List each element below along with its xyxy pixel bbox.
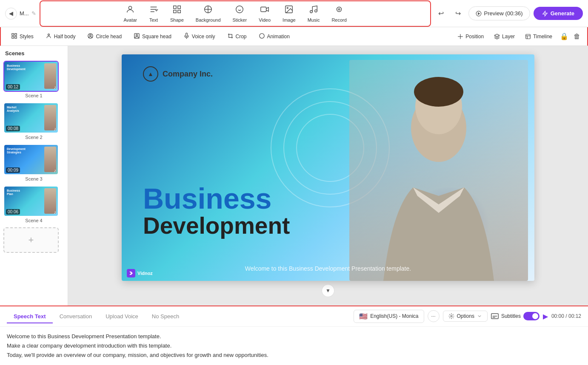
title-text: Business Development	[143, 184, 290, 239]
square-head-icon	[134, 33, 140, 40]
svg-marker-18	[542, 11, 547, 16]
toolbar-shape[interactable]: Shape	[164, 3, 190, 24]
svg-point-0	[129, 6, 132, 9]
svg-rect-3	[174, 10, 176, 12]
edit-icon[interactable]: ✎	[31, 10, 36, 17]
main-area: Scenes BusinessDevelopment 00:12 ♪ Scene…	[0, 46, 588, 306]
toolbar-avatar[interactable]: Avatar	[117, 3, 143, 24]
title-main: Business	[143, 184, 290, 213]
language-selector[interactable]: 🇺🇸 English(US) - Monica	[354, 310, 424, 323]
scene-3-music: ♪	[54, 168, 57, 173]
styles-icon	[11, 33, 17, 40]
scenes-sidebar: Scenes BusinessDevelopment 00:12 ♪ Scene…	[0, 46, 68, 306]
add-scene-button[interactable]: +	[3, 227, 59, 253]
subtool-square-head[interactable]: Square head	[128, 31, 177, 42]
subtool-voice-only[interactable]: Voice only	[178, 31, 220, 42]
svg-point-38	[414, 77, 463, 107]
subtitle-text: Welcome to this Business Development Pre…	[245, 265, 411, 272]
speech-line-1: Welcome to this Business Development Pre…	[7, 332, 581, 341]
scenes-title: Scenes	[3, 50, 64, 57]
tab-speech-text[interactable]: Speech Text	[7, 310, 53, 323]
scene-item-2[interactable]: MarketAnalysis 00:08 ♪ Scene 2	[3, 102, 64, 140]
language-flag: 🇺🇸	[359, 312, 368, 320]
svg-rect-21	[12, 36, 14, 38]
generate-button[interactable]: Generate	[534, 7, 583, 20]
back-button[interactable]: ◀	[5, 8, 17, 20]
subtool-position[interactable]: Position	[453, 31, 488, 42]
canvas-wrapper[interactable]: Company Inc. Business Development	[122, 54, 534, 281]
top-bar-right: ↩ ↪ Preview (00:36) Generate	[434, 6, 583, 20]
scene-thumb-4[interactable]: BusinessPlan 00:06 ♪	[3, 186, 59, 217]
time-display: 00:00 / 00:12	[551, 313, 581, 319]
options-selector[interactable]: Options	[443, 311, 488, 322]
scene-item-1[interactable]: BusinessDevelopment 00:12 ♪ Scene 1	[3, 61, 64, 98]
toolbar-background[interactable]: Background	[190, 3, 227, 24]
animation-icon	[259, 33, 265, 40]
speech-content: Welcome to this Business Development Pre…	[0, 327, 588, 365]
tab-upload-voice[interactable]: Upload Voice	[99, 310, 145, 323]
undo-button[interactable]: ↩	[434, 7, 448, 20]
scene-1-music: ♪	[54, 85, 57, 90]
redo-button[interactable]: ↪	[451, 7, 465, 20]
svg-point-13	[315, 9, 317, 11]
scene-thumb-2[interactable]: MarketAnalysis 00:08 ♪	[3, 102, 59, 133]
delete-icon[interactable]: 🗑	[572, 31, 582, 42]
scene-2-text: MarketAnalysis	[7, 106, 19, 113]
subtool-timeline[interactable]: Timeline	[521, 31, 557, 42]
scene-1-label: Scene 1	[3, 93, 64, 98]
svg-point-8	[236, 6, 243, 13]
toolbar-record[interactable]: Record	[325, 3, 352, 24]
sub-toolbar-right: Position Layer Timeline 🔒 🗑	[453, 31, 582, 42]
toolbar-image[interactable]: Image	[277, 3, 302, 24]
text-icon	[149, 5, 158, 16]
svg-point-25	[90, 34, 91, 36]
options-label: Options	[457, 313, 474, 319]
scene-3-text: DevelopmentStrategies	[7, 147, 26, 155]
svg-rect-22	[15, 36, 17, 38]
svg-rect-19	[12, 33, 14, 35]
subtool-layer[interactable]: Layer	[490, 31, 519, 42]
canvas-scroll-button[interactable]: ▼	[322, 284, 334, 297]
more-button[interactable]: ···	[428, 310, 440, 322]
video-icon	[260, 5, 269, 16]
speech-tabs: Speech Text Conversation Upload Voice No…	[0, 306, 588, 327]
scene-thumb-1[interactable]: BusinessDevelopment 00:12 ♪	[3, 61, 59, 92]
subtool-styles[interactable]: Styles	[6, 31, 39, 42]
svg-point-39	[451, 315, 452, 317]
subtool-circle-head[interactable]: Circle head	[82, 31, 127, 42]
scene-4-music: ♪	[54, 209, 57, 215]
background-icon	[203, 5, 213, 16]
subtitles-switch[interactable]	[523, 312, 539, 320]
svg-rect-4	[178, 10, 180, 12]
avatar-icon	[126, 5, 135, 16]
shape-icon	[172, 5, 182, 16]
avatar-container[interactable]	[343, 54, 534, 281]
lock-icon[interactable]: 🔒	[558, 31, 570, 42]
tab-conversation[interactable]: Conversation	[53, 310, 99, 323]
subtool-crop[interactable]: Crop	[222, 31, 252, 42]
scene-1-text: BusinessDevelopment	[7, 64, 26, 71]
project-name: M...	[20, 10, 29, 17]
toolbar-music[interactable]: Music	[302, 3, 326, 24]
scene-item-3[interactable]: DevelopmentStrategies 00:09 ♪ Scene 3	[3, 144, 64, 181]
subtitles-toggle: Subtitles	[491, 312, 539, 320]
scene-2-label: Scene 2	[3, 135, 64, 140]
subtool-half-body[interactable]: Half body	[40, 31, 81, 42]
scene-thumb-3[interactable]: DevelopmentStrategies 00:09 ♪	[3, 144, 59, 175]
svg-rect-20	[15, 33, 17, 35]
sticker-icon	[235, 5, 244, 16]
subtool-animation[interactable]: Animation	[254, 31, 295, 42]
scene-item-4[interactable]: BusinessPlan 00:06 ♪ Scene 4	[3, 186, 64, 223]
svg-marker-17	[478, 12, 480, 14]
tab-no-speech[interactable]: No Speech	[145, 310, 186, 323]
play-button[interactable]: ▶	[543, 312, 548, 320]
toolbar-video[interactable]: Video	[253, 3, 277, 24]
top-bar-left: ◀ M... ✎	[5, 8, 36, 20]
preview-button[interactable]: Preview (00:36)	[468, 6, 530, 20]
toolbar-text[interactable]: Text	[143, 3, 164, 24]
svg-point-29	[259, 33, 264, 38]
toolbar-sticker[interactable]: Sticker	[227, 3, 253, 24]
logo-icon	[143, 66, 158, 82]
vidnoz-icon	[127, 269, 135, 277]
canvas-area: Company Inc. Business Development	[68, 46, 588, 306]
